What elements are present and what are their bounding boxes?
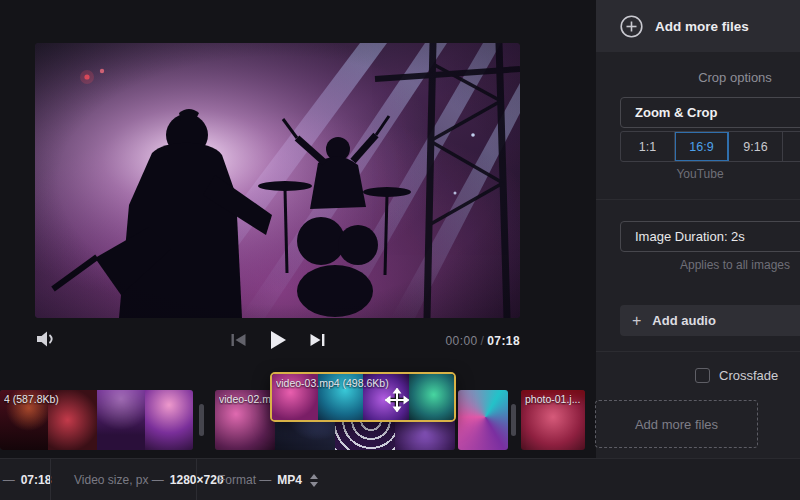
result-duration-value: 07:18 bbox=[21, 473, 52, 487]
format-value: MP4 bbox=[277, 473, 302, 487]
image-duration-caption: Applies to all images bbox=[620, 258, 800, 272]
crossfade-checkbox[interactable] bbox=[695, 368, 710, 383]
image-duration-select[interactable]: Image Duration: 2s bbox=[620, 221, 800, 252]
crossfade-toggle[interactable]: Crossfade bbox=[695, 368, 778, 383]
video-preview[interactable] bbox=[35, 43, 520, 318]
current-time: 00:00 bbox=[446, 334, 478, 348]
timeline-clip-fragment[interactable] bbox=[458, 390, 508, 450]
plus-circle-icon bbox=[620, 15, 643, 38]
divider bbox=[50, 459, 51, 500]
crop-mode-value: Zoom & Crop bbox=[635, 105, 717, 120]
trim-handle[interactable] bbox=[199, 404, 204, 436]
ratio-1-1[interactable]: 1:1 bbox=[621, 132, 675, 161]
add-more-files-button-top[interactable]: Add more files bbox=[596, 0, 800, 52]
divider bbox=[196, 459, 197, 500]
crop-mode-select[interactable]: Zoom & Crop bbox=[620, 97, 800, 128]
format-field: Format — MP4 bbox=[218, 459, 318, 500]
add-audio-button[interactable]: + Add audio bbox=[620, 305, 800, 336]
add-more-files-dropzone[interactable]: Add more files bbox=[595, 400, 758, 448]
divider bbox=[596, 199, 800, 200]
divider bbox=[596, 351, 800, 352]
image-duration-value: Image Duration: 2s bbox=[635, 229, 745, 244]
add-more-files-label: Add more files bbox=[655, 19, 749, 34]
time-display: 00:00/07:18 bbox=[35, 334, 520, 348]
status-bar: t — 07:18 Video size, px — 1280×720 Form… bbox=[0, 458, 800, 500]
crop-options-title: Crop options bbox=[620, 70, 800, 85]
plus-icon: + bbox=[632, 313, 641, 329]
total-time: 07:18 bbox=[487, 334, 520, 348]
aspect-ratio-group: 1:1 16:9 9:16 bbox=[620, 131, 800, 162]
dropzone-label: Add more files bbox=[635, 417, 718, 432]
ratio-16-9[interactable]: 16:9 bbox=[675, 132, 729, 161]
video-size-field[interactable]: Video size, px — 1280×720 bbox=[74, 459, 224, 500]
result-duration: t — 07:18 bbox=[0, 459, 51, 500]
ratio-preset-caption: YouTube bbox=[673, 167, 727, 181]
options-panel: Add more files Crop options Zoom & Crop … bbox=[596, 0, 800, 458]
format-stepper[interactable] bbox=[310, 474, 318, 487]
concert-scene-image bbox=[35, 43, 520, 318]
trim-handle[interactable] bbox=[511, 404, 516, 436]
ratio-partial[interactable] bbox=[783, 132, 800, 161]
crossfade-label: Crossfade bbox=[719, 368, 778, 383]
timeline: 4 (587.8Kb) video-02.mp4 (640.2Kb) photo… bbox=[0, 386, 596, 458]
timeline-clip-video-03-selected[interactable]: video-03.mp4 (498.6Kb) bbox=[270, 372, 456, 422]
timeline-clip-video-01[interactable]: 4 (587.8Kb) bbox=[0, 390, 193, 450]
video-editor-app: 00:00/07:18 4 (587.8Kb) video-02.mp4 (64… bbox=[0, 0, 800, 500]
move-cursor-icon bbox=[385, 388, 409, 416]
timeline-clip-photo-01[interactable]: photo-01.j... bbox=[521, 390, 585, 450]
clip-label: 4 (587.8Kb) bbox=[4, 393, 189, 405]
add-audio-label: Add audio bbox=[652, 313, 716, 328]
clip-label: photo-01.j... bbox=[525, 393, 581, 405]
clip-label: video-03.mp4 (498.6Kb) bbox=[276, 377, 450, 389]
ratio-9-16[interactable]: 9:16 bbox=[729, 132, 783, 161]
